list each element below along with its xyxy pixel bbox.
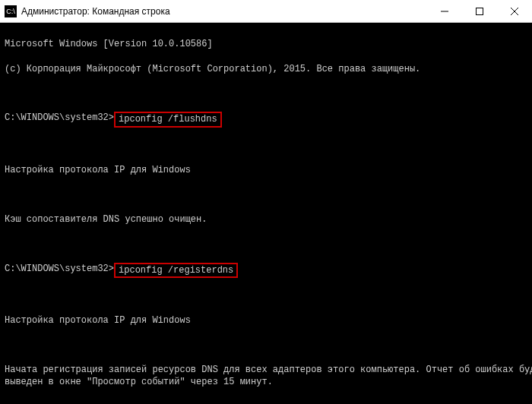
- maximize-button[interactable]: [462, 0, 497, 23]
- ip-header: Настройка протокола IP для Windows: [5, 164, 527, 176]
- cmd-icon: C:\: [5, 5, 17, 17]
- terminal-output[interactable]: Microsoft Windows [Version 10.0.10586] (…: [0, 23, 532, 404]
- command-line-2: C:\WINDOWS\system32>ipconfig /registerdn…: [5, 263, 527, 278]
- copyright-line: (c) Корпорация Майкрософт (Microsoft Cor…: [5, 63, 527, 75]
- blank-line: [5, 238, 527, 250]
- minimize-button[interactable]: [427, 0, 462, 23]
- window-titlebar: C:\ Администратор: Командная строка: [0, 0, 532, 23]
- close-button[interactable]: [497, 0, 532, 23]
- ip-header: Настройка протокола IP для Windows: [5, 314, 527, 327]
- version-line: Microsoft Windows [Version 10.0.10586]: [5, 38, 527, 50]
- blank-line: [5, 188, 527, 200]
- blank-line: [5, 290, 527, 302]
- prompt: C:\WINDOWS\system32>: [5, 263, 114, 275]
- blank-line: [5, 87, 527, 99]
- highlighted-command-2: ipconfig /registerdns: [114, 263, 238, 278]
- blank-line: [5, 140, 527, 152]
- prompt: C:\WINDOWS\system32>: [5, 112, 114, 124]
- svg-rect-1: [477, 8, 483, 15]
- blank-line: [5, 401, 527, 404]
- command-line-1: C:\WINDOWS\system32>ipconfig /flushdns: [5, 112, 527, 127]
- blank-line: [5, 339, 527, 352]
- window-controls: [427, 0, 532, 22]
- flush-result: Кэш сопоставителя DNS успешно очищен.: [5, 213, 527, 226]
- register-result: Начата регистрация записей ресурсов DNS …: [5, 364, 527, 388]
- highlighted-command-1: ipconfig /flushdns: [114, 112, 222, 127]
- window-title: Администратор: Командная строка: [21, 6, 427, 17]
